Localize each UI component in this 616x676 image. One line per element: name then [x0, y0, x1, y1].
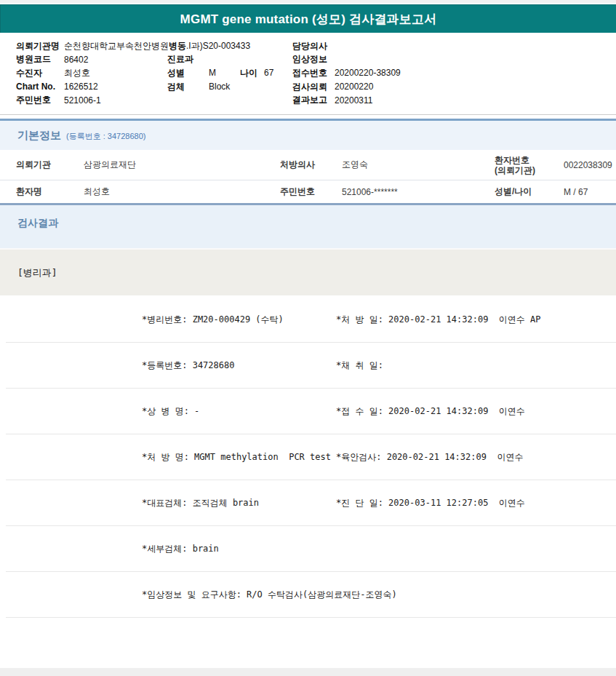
- field-label: 주민번호: [16, 94, 64, 106]
- results-section-header: 검사결과: [0, 205, 616, 250]
- field-value: 86402: [64, 55, 88, 65]
- detail-row-sub-specimen: *세부검체: brain: [0, 526, 616, 572]
- cell-label-referrer: 의뢰기관: [16, 159, 84, 171]
- field-value: Block: [209, 81, 230, 92]
- field-sex-age: 성별 M 나이 67: [167, 66, 292, 80]
- department-bar: [병리과]: [0, 250, 616, 295]
- field-label: 검체: [167, 81, 209, 93]
- patient-header-col2: 진료과 성별 M 나이 67 검체 Block: [167, 39, 292, 108]
- field-attending-doctor: 담당의사: [292, 39, 616, 53]
- detail-left: *병리번호: ZM20-000429 (수탁): [142, 314, 336, 326]
- detail-row-clinical-request: *임상정보 및 요구사항: R/O 수탁검사(삼광의료재단-조영숙): [0, 572, 616, 618]
- field-request-date: 검사의뢰 20200220: [292, 80, 616, 94]
- field-clinical-info: 임상정보: [292, 53, 616, 67]
- detail-left: *상 병 명: -: [142, 405, 336, 418]
- results-heading: 검사결과: [17, 217, 58, 228]
- field-value: 20200311: [335, 95, 373, 106]
- detail-row-main-specimen: *대표검체: 조직검체 brain *진 단 일: 2020-03-11 12:…: [0, 480, 616, 526]
- field-label: 병원코드: [16, 53, 64, 65]
- field-label: 담당의사: [292, 40, 335, 52]
- detail-row-order-name: *처 방 명: MGMT methylation PCR test *육안검사:…: [0, 434, 616, 480]
- field-referring-org: 의뢰기관명 순천향대학교부속천안병원병동.I과)S20-003433: [16, 39, 167, 53]
- footer-bar: [0, 668, 616, 676]
- basic-info-heading: 기본정보: [17, 129, 61, 143]
- detail-left: *임상정보 및 요구사항: R/O 수탁검사(삼광의료재단-조영숙): [142, 589, 397, 601]
- cell-value-patient-no: 0022038309: [564, 160, 616, 170]
- cell-value-sex-age: M / 67: [564, 187, 616, 197]
- cell-label-patient-no: 환자번호 (의뢰기관): [495, 155, 564, 175]
- detail-row-diagnosis-name: *상 병 명: - *접 수 일: 2020-02-21 14:32:09 이연…: [0, 389, 616, 434]
- cell-value-patient-name: 최성호: [84, 186, 280, 198]
- spacer-line: [167, 93, 292, 107]
- cell-label-resident-no: 주민번호: [280, 186, 342, 198]
- field-report-date: 결과보고 20200311: [292, 93, 616, 107]
- field-value: 최성호: [64, 67, 90, 79]
- report-title: MGMT gene mutation (성모) 검사결과보고서: [180, 11, 437, 28]
- detail-right: *처 방 일: 2020-02-21 14:32:09 이연수 AP: [336, 314, 616, 326]
- field-resident-no: 주민번호 521006-1: [16, 93, 167, 107]
- field-examinee: 수진자 최성호: [16, 66, 167, 80]
- result-details: *병리번호: ZM20-000429 (수탁) *처 방 일: 2020-02-…: [0, 297, 616, 618]
- field-value: 20200220-38309: [335, 68, 401, 78]
- basic-info-table: 의뢰기관 삼광의료재단 처방의사 조영숙 환자번호 (의뢰기관) 0022038…: [0, 150, 616, 205]
- field-label: Chart No.: [16, 81, 64, 92]
- cell-value-resident-no: 521006-*******: [342, 187, 495, 197]
- spacer-line: [167, 39, 292, 53]
- field-value-age: 67: [264, 68, 273, 78]
- department-label: [병리과]: [17, 266, 57, 279]
- field-accession-no: 접수번호 20200220-38309: [292, 66, 616, 80]
- field-hospital-code: 병원코드 86402: [16, 53, 167, 67]
- detail-left: *등록번호: 34728680: [142, 359, 336, 372]
- detail-right: *진 단 일: 2020-03-11 12:27:05 이연수: [336, 497, 616, 509]
- table-row: 환자명 최성호 주민번호 521006-******* 성별/나이 M / 67: [0, 180, 616, 203]
- cell-value-referrer: 삼광의료재단: [84, 159, 280, 171]
- field-label: 검사의뢰: [292, 81, 335, 93]
- detail-left: *처 방 명: MGMT methylation PCR test: [142, 451, 336, 464]
- field-value: 521006-1: [64, 95, 101, 106]
- patient-header: 의뢰기관명 순천향대학교부속천안병원병동.I과)S20-003433 병원코드 …: [0, 33, 616, 108]
- cell-label-prescriber: 처방의사: [280, 159, 342, 171]
- field-label-age: 나이: [240, 67, 264, 79]
- cell-label-line2: (의뢰기관): [495, 165, 535, 175]
- detail-row-registration-no: *등록번호: 34728680 *채 취 일:: [0, 343, 616, 389]
- field-value-sex: M: [209, 68, 240, 78]
- table-row: 의뢰기관 삼광의료재단 처방의사 조영숙 환자번호 (의뢰기관) 0022038…: [0, 150, 616, 180]
- field-label: 임상정보: [292, 53, 335, 65]
- field-label: 수진자: [16, 67, 64, 79]
- patient-header-col1: 의뢰기관명 순천향대학교부속천안병원병동.I과)S20-003433 병원코드 …: [16, 39, 167, 108]
- field-chart-no: Chart No. 1626512: [16, 80, 167, 94]
- field-label: 결과보고: [292, 94, 335, 106]
- cell-label-sex-age: 성별/나이: [495, 186, 564, 198]
- divider: [0, 114, 616, 115]
- registration-number-note: (등록번호 : 34728680): [66, 131, 145, 142]
- field-specimen: 검체 Block: [167, 80, 292, 94]
- report-title-bar: MGMT gene mutation (성모) 검사결과보고서: [0, 4, 616, 33]
- field-value: 20200220: [335, 81, 373, 92]
- field-label: 의뢰기관명: [16, 40, 64, 52]
- detail-right: *육안검사: 2020-02-21 14:32:09 이연수: [336, 451, 616, 464]
- field-label-sex: 성별: [167, 67, 209, 79]
- detail-right: *접 수 일: 2020-02-21 14:32:09 이연수: [336, 405, 616, 418]
- field-label: 진료과: [167, 53, 209, 65]
- field-value: 순천향대학교부속천안병원: [64, 40, 169, 52]
- patient-header-col3: 담당의사 임상정보 접수번호 20200220-38309 검사의뢰 20200…: [292, 39, 616, 108]
- field-value: 1626512: [64, 81, 98, 92]
- report-page: MGMT gene mutation (성모) 검사결과보고서 의뢰기관명 순천…: [0, 0, 616, 676]
- field-department: 진료과: [167, 53, 292, 67]
- detail-left: *세부검체: brain: [142, 543, 336, 555]
- basic-info-header: 기본정보 (등록번호 : 34728680): [0, 119, 616, 150]
- detail-right: *채 취 일:: [336, 359, 616, 372]
- cell-label-patient-name: 환자명: [16, 186, 84, 198]
- cell-value-prescriber: 조영숙: [342, 159, 495, 171]
- field-label: 접수번호: [292, 67, 335, 79]
- cell-label-line1: 환자번호: [495, 155, 529, 165]
- detail-left: *대표검체: 조직검체 brain: [142, 497, 336, 509]
- detail-row-pathology-no: *병리번호: ZM20-000429 (수탁) *처 방 일: 2020-02-…: [0, 297, 616, 343]
